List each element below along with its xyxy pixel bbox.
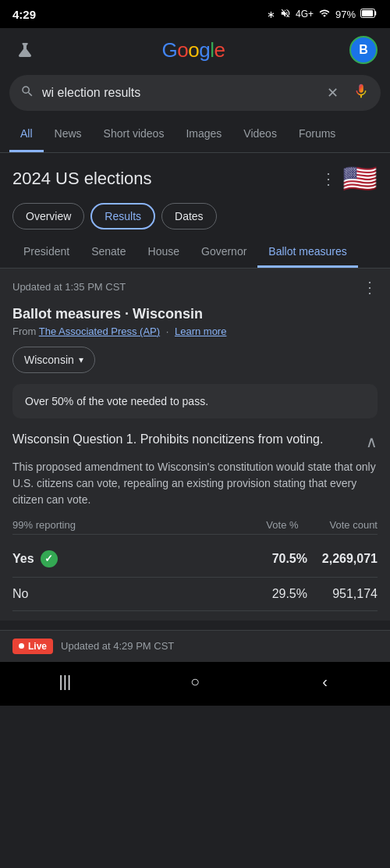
home-icon: ○ bbox=[190, 673, 200, 691]
source-row: From The Associated Press (AP) · Learn m… bbox=[12, 326, 378, 337]
tab-house[interactable]: House bbox=[137, 237, 190, 268]
tab-short-videos[interactable]: Short videos bbox=[93, 119, 176, 152]
recents-icon: ||| bbox=[59, 673, 72, 691]
status-bar: 4:29 ∗ 4G+ 97% bbox=[0, 0, 390, 28]
mute-icon bbox=[280, 8, 291, 21]
bluetooth-icon: ∗ bbox=[267, 9, 275, 20]
reporting-row: 99% reporting Vote % Vote count bbox=[12, 519, 378, 535]
live-bar: Live Updated at 4:29 PM CST bbox=[0, 630, 390, 662]
ballot-title: Ballot measures · Wisconsin bbox=[12, 306, 378, 322]
vote-threshold-info: Over 50% of the vote needed to pass. bbox=[12, 384, 378, 418]
cellular-icon bbox=[318, 8, 331, 21]
bottom-navigation: ||| ○ ‹ bbox=[0, 662, 390, 706]
tab-president[interactable]: President bbox=[12, 237, 80, 268]
voice-search-icon[interactable] bbox=[353, 83, 370, 103]
state-dropdown-label: Wisconsin bbox=[24, 354, 74, 366]
back-icon: ‹ bbox=[322, 673, 328, 691]
search-bar[interactable]: wi election results ✕ bbox=[9, 75, 381, 111]
us-flag-icon: 🇺🇸 bbox=[342, 162, 378, 195]
question-title: Wisconsin Question 1. Prohibits noncitiz… bbox=[12, 431, 366, 448]
vote-label-no: No bbox=[12, 587, 261, 601]
battery-icon bbox=[360, 9, 378, 20]
dropdown-arrow-icon: ▾ bbox=[79, 354, 83, 365]
tab-all[interactable]: All bbox=[9, 119, 44, 152]
live-dot-icon bbox=[19, 643, 24, 649]
vote-row-no: No 29.5% 951,174 bbox=[12, 578, 378, 611]
dates-pill-button[interactable]: Dates bbox=[161, 203, 217, 229]
signal-strength-icon: 4G+ bbox=[296, 9, 314, 20]
updated-timestamp: Updated at 1:35 PM CST bbox=[12, 281, 126, 293]
checkmark-icon: ✓ bbox=[41, 550, 58, 567]
tab-news[interactable]: News bbox=[44, 119, 93, 152]
election-card: 2024 US elections ⋮ 🇺🇸 Overview Results … bbox=[0, 153, 390, 269]
tab-senate[interactable]: Senate bbox=[80, 237, 136, 268]
pill-buttons: Overview Results Dates bbox=[12, 203, 378, 229]
app-header: Google B bbox=[0, 28, 390, 72]
tab-videos[interactable]: Videos bbox=[232, 119, 288, 152]
live-badge: Live bbox=[12, 639, 53, 654]
yes-label-text: Yes bbox=[12, 552, 34, 566]
overview-pill-button[interactable]: Overview bbox=[12, 203, 84, 229]
vote-label-yes: Yes ✓ bbox=[12, 550, 261, 567]
election-card-title: 2024 US elections bbox=[12, 169, 152, 189]
tab-forums[interactable]: Forums bbox=[288, 119, 346, 152]
election-header: 2024 US elections ⋮ 🇺🇸 bbox=[12, 162, 378, 195]
google-logo: Google bbox=[162, 38, 225, 62]
no-vote-count: 951,174 bbox=[307, 587, 378, 601]
vote-count-column-header: Vote count bbox=[330, 519, 378, 531]
status-time: 4:29 bbox=[12, 8, 36, 21]
svg-rect-1 bbox=[362, 10, 373, 16]
source-label: From bbox=[12, 326, 36, 337]
tab-governor[interactable]: Governor bbox=[190, 237, 257, 268]
question-header[interactable]: Wisconsin Question 1. Prohibits noncitiz… bbox=[12, 431, 378, 451]
live-update-timestamp: Updated at 4:29 PM CST bbox=[61, 640, 174, 652]
nav-recents-button[interactable]: ||| bbox=[0, 673, 130, 691]
vote-row-yes: Yes ✓ 70.5% 2,269,071 bbox=[12, 541, 378, 578]
yes-vote-pct: 70.5% bbox=[261, 552, 307, 566]
avatar[interactable]: B bbox=[349, 36, 378, 64]
results-more-options-icon[interactable]: ⋮ bbox=[362, 278, 378, 297]
results-pill-button[interactable]: Results bbox=[90, 203, 155, 229]
column-headers: Vote % Vote count bbox=[266, 519, 378, 531]
reporting-label: 99% reporting bbox=[12, 519, 76, 531]
search-query[interactable]: wi election results bbox=[42, 86, 319, 100]
yes-vote-count: 2,269,071 bbox=[307, 552, 378, 566]
learn-more-link[interactable]: Learn more bbox=[175, 326, 226, 337]
search-bar-container: wi election results ✕ bbox=[0, 72, 390, 119]
tab-images[interactable]: Images bbox=[175, 119, 232, 152]
state-dropdown[interactable]: Wisconsin ▾ bbox=[12, 347, 95, 373]
clear-search-icon[interactable]: ✕ bbox=[327, 84, 339, 101]
results-section: Updated at 1:35 PM CST ⋮ Ballot measures… bbox=[0, 269, 390, 621]
search-icon bbox=[20, 84, 34, 102]
chevron-up-icon: ∧ bbox=[366, 432, 378, 451]
question-description: This proposed amendment to Wisconsin's c… bbox=[12, 459, 378, 508]
source-name-link[interactable]: The Associated Press (AP) bbox=[39, 326, 160, 337]
election-more-options-icon[interactable]: ⋮ bbox=[321, 169, 336, 188]
status-icons: ∗ 4G+ 97% bbox=[267, 8, 378, 21]
source-separator: · bbox=[166, 326, 169, 337]
election-sub-tabs: President Senate House Governor Ballot m… bbox=[0, 237, 390, 269]
nav-home-button[interactable]: ○ bbox=[130, 673, 261, 691]
no-vote-pct: 29.5% bbox=[261, 587, 307, 601]
no-label-text: No bbox=[12, 587, 28, 601]
updated-row: Updated at 1:35 PM CST ⋮ bbox=[12, 278, 378, 297]
vote-pct-column-header: Vote % bbox=[266, 519, 298, 531]
search-tabs: All News Short videos Images Videos Foru… bbox=[0, 119, 390, 153]
nav-back-button[interactable]: ‹ bbox=[260, 673, 390, 691]
live-label: Live bbox=[28, 641, 47, 652]
tab-ballot-measures[interactable]: Ballot measures bbox=[257, 237, 357, 268]
lab-icon[interactable] bbox=[12, 37, 37, 62]
battery-level: 97% bbox=[335, 9, 356, 20]
election-header-right: ⋮ 🇺🇸 bbox=[321, 162, 378, 195]
